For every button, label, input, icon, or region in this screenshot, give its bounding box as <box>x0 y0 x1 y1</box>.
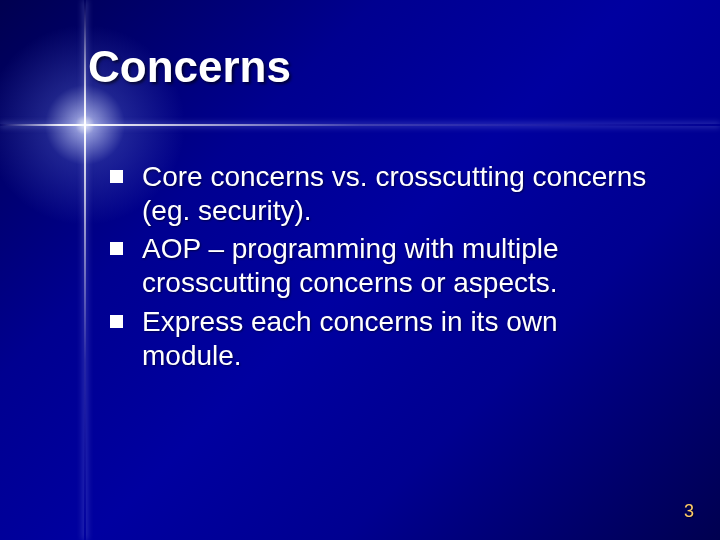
square-bullet-icon <box>110 315 123 328</box>
bullet-text: Core concerns vs. crosscutting concerns … <box>142 161 646 226</box>
bullet-item: Express each concerns in its own module. <box>110 305 660 373</box>
slide: Concerns Core concerns vs. crosscutting … <box>0 0 720 540</box>
bullet-item: AOP – programming with multiple crosscut… <box>110 232 660 300</box>
horizontal-flare <box>0 124 720 126</box>
square-bullet-icon <box>110 170 123 183</box>
slide-title: Concerns <box>88 42 291 92</box>
square-bullet-icon <box>110 242 123 255</box>
slide-body: Core concerns vs. crosscutting concerns … <box>110 160 660 377</box>
page-number: 3 <box>684 501 694 522</box>
bullet-item: Core concerns vs. crosscutting concerns … <box>110 160 660 228</box>
bullet-text: Express each concerns in its own module. <box>142 306 558 371</box>
vertical-flare <box>84 0 86 540</box>
bullet-text: AOP – programming with multiple crosscut… <box>142 233 559 298</box>
